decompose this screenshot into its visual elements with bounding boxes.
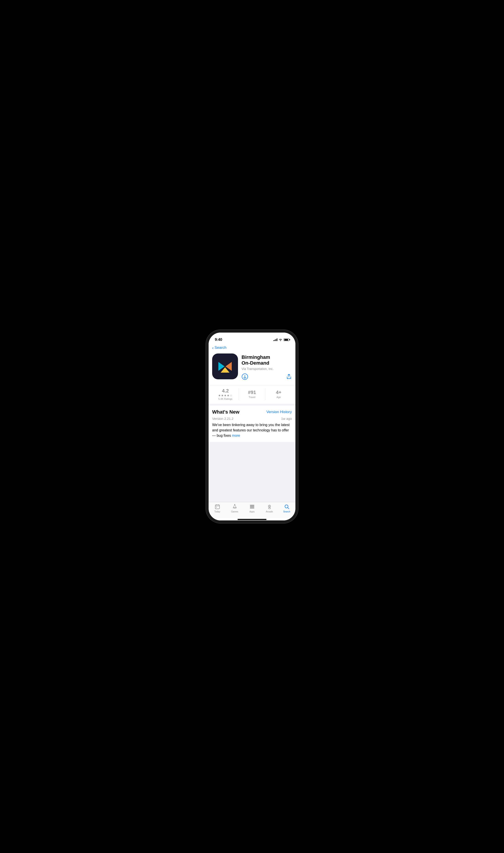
back-button[interactable]: ‹ Search: [212, 345, 227, 350]
status-time: 9:40: [215, 338, 222, 342]
rank-category: Travel: [249, 396, 255, 398]
age-label: Age: [276, 396, 281, 398]
age-cell: 4+ Age: [265, 388, 292, 400]
svg-rect-13: [250, 508, 254, 508]
back-label: Search: [215, 345, 227, 350]
version-date: 1w ago: [281, 417, 292, 420]
arcade-icon: [267, 504, 272, 510]
svg-rect-16: [269, 508, 270, 509]
phone-frame: 9:40 ‹ Search: [209, 332, 295, 521]
today-icon: [215, 504, 220, 510]
stars: ★ ★ ★ ★ ☆: [218, 394, 232, 397]
apps-icon: [249, 504, 255, 510]
tab-games[interactable]: Games: [226, 504, 243, 513]
app-name: BirminghamOn-Demand: [241, 355, 292, 366]
ratings-row: 4.2 ★ ★ ★ ★ ☆ 5.4K Ratings #91 Travel 4+…: [209, 385, 295, 404]
tab-bar: Today Games Apps: [209, 502, 295, 518]
app-info: BirminghamOn-Demand Via Transportation, …: [241, 353, 292, 382]
app-logo: [216, 358, 234, 375]
whats-new-section: What's New Version History Version 2.21.…: [209, 405, 295, 442]
app-actions: [241, 373, 292, 382]
rank-value: #91: [248, 389, 256, 395]
svg-rect-12: [250, 506, 254, 507]
rating-value: 4.2: [222, 388, 229, 394]
arcade-label: Arcade: [266, 510, 273, 513]
star-1: ★: [218, 394, 221, 397]
tab-search[interactable]: Search: [278, 504, 295, 513]
nav-back: ‹ Search: [209, 344, 295, 351]
version-number: Version 2.21.2: [212, 417, 234, 420]
age-value: 4+: [276, 389, 282, 395]
search-label: Search: [283, 510, 290, 513]
games-label: Games: [231, 510, 238, 513]
search-icon: [284, 504, 290, 510]
share-button[interactable]: [286, 374, 292, 381]
content-spacer: [209, 442, 295, 500]
section-header: What's New Version History: [212, 409, 292, 415]
svg-line-19: [288, 508, 289, 509]
star-5: ☆: [230, 394, 232, 397]
star-2: ★: [221, 394, 224, 397]
wifi-icon: [279, 338, 282, 341]
status-icons: [273, 338, 289, 341]
svg-rect-6: [216, 504, 217, 505]
svg-rect-9: [216, 507, 217, 508]
content-area[interactable]: ‹ Search BirminghamOn-Dem: [209, 344, 295, 502]
version-line: Version 2.21.2 1w ago: [212, 417, 292, 420]
home-bar: [237, 519, 267, 520]
svg-rect-5: [215, 505, 219, 509]
tab-arcade[interactable]: Arcade: [261, 504, 278, 513]
version-description: We've been tinkering away to bring you t…: [212, 422, 292, 438]
star-3: ★: [224, 394, 227, 397]
app-developer: Via Transportation, Inc.: [241, 367, 292, 370]
signal-icon: [273, 338, 277, 341]
section-title: What's New: [212, 409, 239, 415]
rating-count: 5.4K Ratings: [218, 398, 232, 400]
svg-point-10: [234, 504, 235, 505]
games-icon: [232, 504, 237, 510]
tab-today[interactable]: Today: [209, 504, 226, 513]
app-icon: [212, 353, 238, 379]
rank-cell: #91 Travel: [239, 388, 265, 400]
battery-icon: [284, 338, 289, 341]
home-indicator: [209, 518, 295, 521]
svg-rect-11: [250, 505, 254, 506]
back-chevron-icon: ‹: [212, 345, 214, 350]
tab-apps[interactable]: Apps: [243, 504, 261, 513]
today-label: Today: [214, 510, 220, 513]
status-bar: 9:40: [209, 332, 295, 344]
download-button[interactable]: [241, 373, 248, 382]
more-link[interactable]: more: [232, 434, 240, 437]
svg-rect-7: [218, 504, 219, 505]
app-header: BirminghamOn-Demand Via Transportation, …: [209, 351, 295, 385]
version-history-link[interactable]: Version History: [267, 410, 292, 414]
rating-score-cell: 4.2 ★ ★ ★ ★ ☆ 5.4K Ratings: [212, 388, 239, 400]
svg-marker-3: [224, 366, 226, 367]
apps-label: Apps: [250, 510, 255, 513]
star-4: ★: [227, 394, 230, 397]
svg-point-15: [269, 506, 270, 507]
